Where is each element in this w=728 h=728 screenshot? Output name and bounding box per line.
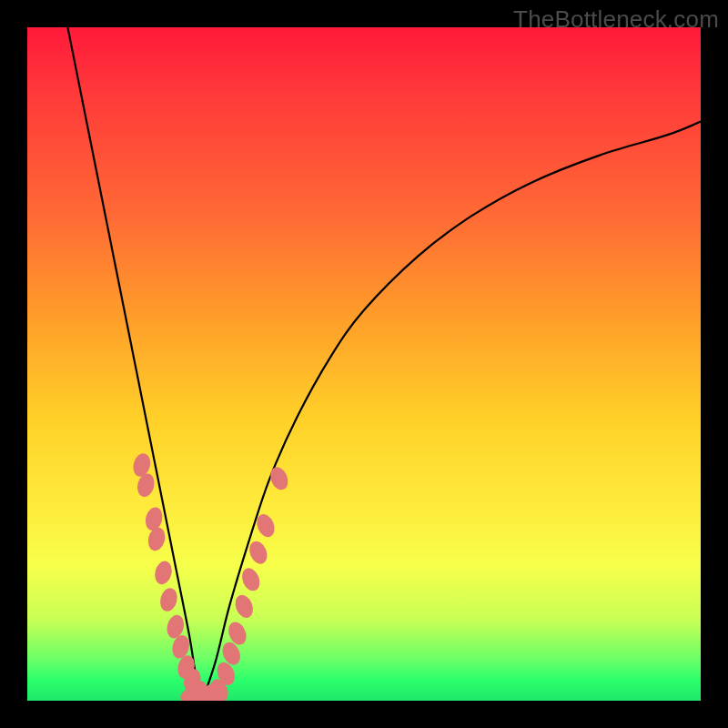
marker-group xyxy=(131,451,291,701)
plot-area xyxy=(27,27,701,701)
data-marker xyxy=(232,592,256,621)
chart-frame: TheBottleneck.com xyxy=(0,0,728,728)
data-marker xyxy=(247,539,270,567)
data-marker xyxy=(143,505,165,532)
data-marker xyxy=(146,526,167,553)
data-marker-bottom-pill xyxy=(180,690,224,701)
curve-svg xyxy=(27,27,701,701)
data-marker xyxy=(268,464,291,492)
data-marker xyxy=(238,565,262,593)
data-marker xyxy=(153,560,175,587)
data-marker xyxy=(158,586,180,613)
